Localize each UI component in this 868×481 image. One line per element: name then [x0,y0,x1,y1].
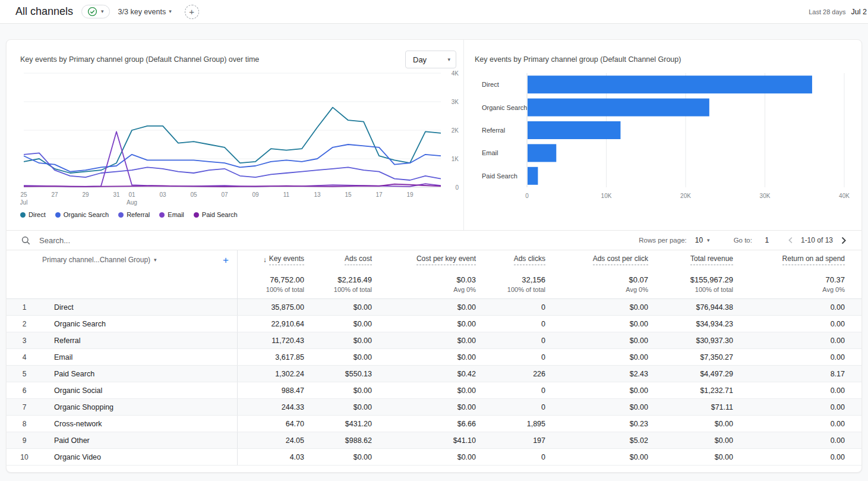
table-row: 6Organic Social988.47$0.00$0.000$0.00$1,… [7,382,861,399]
svg-text:17: 17 [375,191,383,198]
totals-subtext: 100% of total [266,286,304,293]
svg-text:Jul: Jul [20,199,27,206]
rows-per-page-select[interactable]: 10 ▾ [695,236,710,244]
legend-item: Paid Search [194,211,238,218]
metric-value-cell: $34,934.23 [648,316,733,332]
bar-chart: 010K20K30K40KDirectOrganic SearchReferra… [475,68,860,210]
metric-value-cell: 0 [476,299,545,315]
metric-value-cell: $0.00 [545,299,648,315]
column-header-return-on-ad-spend[interactable]: Return on ad spend [782,254,845,265]
dimension-dropdown[interactable]: Primary channel...Channel Group)▾ [42,256,157,264]
totals-spacer-cell [7,269,42,298]
column-header-ads-cost[interactable]: Ads cost [345,254,372,265]
svg-text:3K: 3K [452,99,459,105]
legend-dot-icon [118,212,124,218]
metric-header-cell: ↓Key events [237,250,304,269]
metric-value-cell: $0.00 [304,349,372,365]
svg-text:0: 0 [455,184,459,191]
chevron-down-icon: ▾ [707,238,710,243]
rows-per-page-value: 10 [695,236,703,244]
metric-value-cell: 35,875.00 [237,299,304,315]
metric-value-cell: $76,944.38 [648,299,733,315]
totals-subtext: 100% of total [334,286,372,293]
row-number-cell: 7 [7,399,42,415]
metric-value-cell: $0.00 [372,332,476,348]
metric-value-cell: 0.00 [733,449,845,465]
totals-value: $0.07 [629,275,648,284]
rows-per-page-label: Rows per page: [639,237,687,244]
metric-header-cell: Return on ad spend [733,250,845,269]
metric-value-cell: $0.00 [372,399,476,415]
metric-value-cell: $0.00 [648,432,733,448]
goto-page-input[interactable] [759,235,775,245]
svg-text:27: 27 [51,191,58,198]
metric-value-cell: $5.02 [545,432,648,448]
line-chart: 01K2K3K4K25Jul27293101Aug030507091113151… [20,68,461,209]
metric-value-cell: $2.43 [545,366,648,382]
column-header-cost-per-key-event[interactable]: Cost per key event [416,254,476,265]
svg-text:Email: Email [482,149,498,156]
metric-value-cell: $431.20 [304,416,372,432]
metric-value-cell: $1,232.71 [648,382,733,398]
channel-name-cell: Paid Search [42,366,237,382]
granularity-select[interactable]: Day ▾ [405,51,456,68]
channel-name-cell: Email [42,349,237,365]
goto-label: Go to: [734,237,752,244]
svg-text:40K: 40K [839,193,850,199]
search-input[interactable] [38,235,216,246]
metric-value-cell: $0.00 [648,416,733,432]
svg-text:20K: 20K [680,193,691,199]
metric-value-cell: $0.00 [372,349,476,365]
search-icon [21,235,31,246]
legend-dot-icon [55,212,61,218]
key-events-dropdown[interactable]: 3/3 key events ▾ [118,8,172,16]
channel-name-cell: Organic Social [42,382,237,398]
svg-text:31: 31 [113,191,120,198]
svg-text:0: 0 [525,193,529,199]
granularity-value: Day [413,55,427,64]
column-header-total-revenue[interactable]: Total revenue [690,254,733,265]
metric-value-cell: 0.00 [733,399,845,415]
metric-value-cell: 0 [476,399,545,415]
column-header-ads-clicks[interactable]: Ads clicks [514,254,545,265]
legend-label: Direct [29,211,46,218]
metric-value-cell: $0.00 [545,316,648,332]
date-range-label: Last 28 days [809,8,845,15]
table-row: 4Email3,617.85$0.00$0.000$0.00$7,350.270… [7,349,861,366]
metric-value-cell: 226 [476,366,545,382]
metric-header-cell: Ads cost [304,250,372,269]
metric-value-cell: 244.33 [237,399,304,415]
next-page-button[interactable] [837,234,850,247]
totals-subtext: 100% of total [507,286,545,293]
svg-text:01: 01 [128,191,135,198]
metric-value-cell: 64.70 [237,416,304,432]
metric-value-cell: $0.00 [304,332,372,348]
legend-label: Organic Search [64,211,109,218]
date-range-value: Jul 2 [851,8,867,16]
chevron-right-icon [838,235,849,246]
add-comparison-button[interactable]: + [185,5,199,19]
table-toolbar: Rows per page: 10 ▾ Go to: 1-10 of 13 [7,230,861,250]
previous-page-button[interactable] [784,234,797,247]
totals-value: 70.37 [825,275,845,284]
bar-chart-title: Key events by Primary channel group (Def… [475,55,681,64]
totals-value: $2,216.49 [337,275,372,284]
sort-descending-icon: ↓ [263,256,267,264]
svg-text:Direct: Direct [482,81,499,88]
totals-value: 32,156 [522,275,545,284]
dimension-header-cell: Primary channel...Channel Group)▾+ [42,250,237,269]
totals-subtext: 100% of total [695,286,733,293]
add-dimension-button[interactable]: + [223,255,229,265]
column-header-ads-cost-per-click[interactable]: Ads cost per click [593,254,648,265]
column-header-key-events[interactable]: Key events [269,254,304,265]
totals-row: 76,752.00100% of total$2,216.49100% of t… [7,269,861,299]
chevron-down-icon: ▾ [101,9,104,14]
table-row: 9Paid Other24.05$988.62$41.10197$5.02$0.… [7,432,861,449]
chart-legend: DirectOrganic SearchReferralEmailPaid Se… [20,211,463,218]
totals-cell: 76,752.00100% of total [237,269,304,298]
date-range-selector[interactable]: Last 28 days Jul 2 [809,8,868,16]
comparison-chip[interactable]: ▾ [81,5,110,18]
legend-item: Direct [20,211,46,218]
svg-text:29: 29 [82,191,89,198]
metric-value-cell: $0.00 [648,449,733,465]
